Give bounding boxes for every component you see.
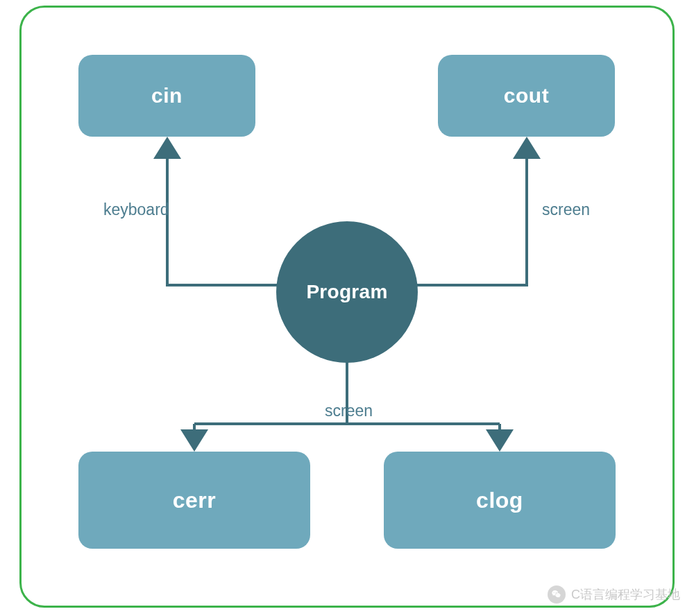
node-cin: cin <box>78 55 255 137</box>
node-cerr: cerr <box>78 452 310 549</box>
node-cout: cout <box>438 55 615 137</box>
diagram-canvas: cin cout Program cerr clog keyboard scre… <box>22 8 677 610</box>
edge-label-screen-top: screen <box>542 200 590 219</box>
edge-label-keyboard: keyboard <box>103 200 169 219</box>
edge-label-screen-bottom: screen <box>325 402 373 420</box>
watermark: C语言编程学习基地 <box>548 585 680 604</box>
watermark-text: C语言编程学习基地 <box>571 586 680 603</box>
wechat-icon <box>548 585 566 604</box>
node-program: Program <box>276 221 418 363</box>
node-cerr-label: cerr <box>173 488 217 513</box>
node-cout-label: cout <box>504 84 549 108</box>
node-clog: clog <box>384 452 616 549</box>
node-cin-label: cin <box>151 84 183 108</box>
node-clog-label: clog <box>476 488 523 513</box>
node-program-label: Program <box>306 281 387 303</box>
diagram-frame: cin cout Program cerr clog keyboard scre… <box>19 6 675 608</box>
